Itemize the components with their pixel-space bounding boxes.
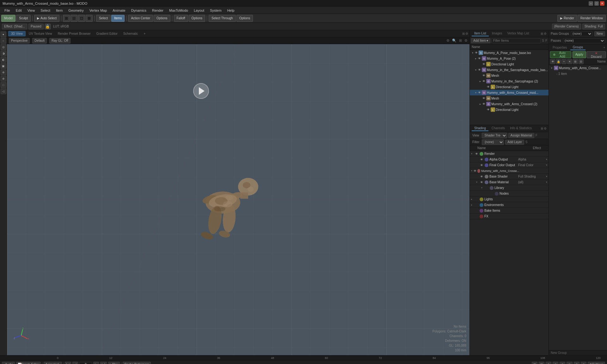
left-tool-10[interactable]: ◁ [1, 88, 6, 94]
group-row-mummy[interactable]: ▾ G Mummy_with_Arms_Crosse... [549, 65, 607, 71]
vp-sub-icon-4[interactable]: ⚙ [464, 39, 468, 43]
shading-button[interactable]: Shading: Full [582, 24, 605, 29]
left-tool-9[interactable]: □ [1, 82, 6, 88]
info-stats-tab[interactable]: Info & Statistics [508, 126, 534, 131]
mummy-mat-arrow[interactable]: ▾ [471, 169, 473, 172]
vertex-map-list-tab[interactable]: Vertex Map List [506, 31, 531, 36]
tab-gradient-editor[interactable]: Gradient Editor [94, 31, 120, 36]
transport-icon-8[interactable]: ⊜ [581, 362, 586, 364]
vis-eye-bake[interactable] [474, 209, 479, 213]
tab-3d-view[interactable]: 3D View [8, 31, 26, 36]
vis-eye-lights[interactable] [474, 197, 479, 201]
shade-row-render[interactable]: ▾ 👁 Render [470, 151, 549, 157]
minimize-button[interactable]: − [589, 1, 593, 6]
left-tool-3[interactable]: ◎ [1, 44, 6, 50]
prev-frame-button[interactable]: ◀ [72, 362, 78, 364]
passes-select[interactable]: (none) [563, 38, 605, 43]
tree-item-mesh-1[interactable]: ▸ 👁 M Mesh [470, 73, 549, 78]
auto-add-button[interactable]: ⊕ Auto Add [550, 51, 571, 58]
shade-row-mummy-material[interactable]: ▾ 👁 Mummy_with_Arms_Crosse... [470, 168, 549, 174]
tree-item-hummy-arms[interactable]: ▾ 👁 G Hummy_with_Arms_Crossed_mod... [470, 90, 549, 95]
lock-icon[interactable]: 🔒 [45, 24, 51, 29]
vis-eye-fx[interactable] [474, 215, 479, 218]
lights-arrow[interactable]: ▸ [471, 198, 474, 201]
vis-eye-env[interactable] [474, 203, 479, 207]
vis-eye-mummy-sarc[interactable]: 👁 [482, 79, 486, 83]
transport-icon-2[interactable]: ⊟ [539, 362, 544, 364]
groups-icon-6[interactable]: ⊟ [579, 59, 584, 64]
shading-settings-icon[interactable]: ⚙ [544, 127, 547, 130]
shade-row-fx[interactable]: ▸ FX [470, 214, 549, 219]
group-row-info[interactable]: - 1 item [549, 71, 607, 76]
filter-select[interactable]: (none) [482, 139, 504, 145]
menu-geometry[interactable]: Geometry [66, 8, 86, 13]
left-tool-4[interactable]: ◑ [1, 51, 6, 56]
properties-tab[interactable]: Properties [551, 45, 569, 50]
vis-eye-alpha[interactable]: 👁 [479, 158, 484, 161]
tree-item-dir-light-3[interactable]: ▸ 👁 L Directional Light [470, 107, 549, 112]
vis-eye-a-pose[interactable]: 👁 [477, 57, 481, 60]
tab-schematic[interactable]: Schematic [121, 31, 141, 36]
auto-select-button[interactable]: ▶ Auto Select [34, 15, 59, 22]
menu-file[interactable]: File [2, 8, 13, 13]
transport-icon-5[interactable]: ⊙ [560, 362, 565, 364]
final-color-dropdown[interactable]: ▾ [543, 164, 547, 167]
vis-eye-arms-group[interactable]: 👁 [482, 102, 486, 106]
alpha-dropdown[interactable]: ▾ [543, 158, 547, 161]
falloff-button[interactable]: Falloff [174, 15, 188, 22]
items-button[interactable]: Items [111, 15, 125, 22]
tree-arrow-root[interactable]: ▾ [471, 51, 474, 54]
left-tool-5[interactable]: ◐ [1, 57, 6, 63]
groups-icon-3[interactable]: + [561, 59, 567, 64]
tree-item-mesh-2[interactable]: ▸ 👁 M Mesh [470, 95, 549, 101]
tree-arrow-a-pose[interactable]: ▸ [474, 57, 477, 60]
groups-icon-1[interactable]: 👁 [550, 59, 555, 64]
tab-render-preset[interactable]: Render Preset Browser [55, 31, 93, 36]
vis-eye-mesh1[interactable]: 👁 [482, 74, 486, 77]
cache-deformers-button[interactable]: Cache Deformers [123, 362, 150, 364]
audio-button[interactable]: ♪ Audio [2, 362, 15, 364]
group-row-arrow[interactable]: ▾ [550, 66, 553, 70]
shading-tab[interactable]: Shading [472, 126, 488, 131]
prop-add-icon[interactable]: + [603, 46, 605, 49]
add-item-button[interactable]: Add Item ▾ [471, 38, 490, 43]
select-button[interactable]: Select [96, 15, 111, 22]
settings-button[interactable]: ⚙ Settings [588, 362, 605, 364]
menu-select[interactable]: Select [38, 8, 53, 13]
add-layer-button[interactable]: Add Layer [505, 140, 524, 145]
transport-icon-6[interactable]: ◎ [567, 362, 573, 364]
channels-tab[interactable]: Channels [490, 126, 507, 131]
toolbar-icon-4[interactable]: ⊠ [86, 15, 93, 22]
new-pass-group-button[interactable]: New [594, 31, 605, 36]
menu-render[interactable]: Render [150, 8, 166, 13]
sculpt-button[interactable]: Sculpt [16, 15, 31, 22]
shader-tree-select[interactable]: Shader Tree [482, 133, 507, 138]
vis-eye-hummy[interactable]: 👁 [477, 91, 481, 94]
tree-arrow-sarcophagus[interactable]: ▾ [474, 68, 477, 71]
menu-system[interactable]: System [207, 8, 224, 13]
ray-gl-button[interactable]: Ray GL: Off [49, 38, 71, 44]
select-through-button[interactable]: Select Through [209, 15, 236, 22]
shading-expand-icon[interactable]: ⊞ [541, 127, 543, 130]
menu-help[interactable]: Help [225, 8, 237, 13]
tab-uv-texture[interactable]: UV Texture View [26, 31, 55, 36]
tree-item-sarcophagus-group[interactable]: ▾ 👁 G Mummy_in_the_Sarcophagus_modo_bas.… [470, 67, 549, 73]
toolbar-icon-1[interactable]: ⊞ [63, 15, 70, 22]
tree-item-mummy-a-pose[interactable]: ▸ 👁 G Mummy_A_Pose (2) [470, 56, 549, 61]
frame-input[interactable] [79, 362, 92, 364]
images-tab[interactable]: Images [490, 31, 504, 36]
menu-item[interactable]: Item [53, 8, 65, 13]
menu-vertex-map[interactable]: Vertex Map [87, 8, 110, 13]
options-button-2[interactable]: Options [189, 15, 205, 22]
tree-item-mummy-arms-group[interactable]: ▸ 👁 G Mummy_with_Arms_Crossed (2) [470, 101, 549, 107]
vis-eye-final-color[interactable]: 👁 [479, 163, 484, 167]
vp-sub-icon-3[interactable]: ⊞ [459, 39, 462, 43]
groups-icon-2[interactable]: 🔒 [556, 59, 561, 64]
shade-row-library[interactable]: ▾ Library [470, 185, 549, 191]
tree-arrow-arms-group[interactable]: ▸ [479, 102, 482, 106]
menu-edit[interactable]: Edit [13, 8, 24, 13]
menu-animate[interactable]: Animate [110, 8, 128, 13]
graph-editor-button[interactable]: 📈 Graph Editor [16, 362, 41, 364]
discard-button[interactable]: ✕ Discard [587, 51, 606, 58]
env-arrow[interactable]: ▸ [471, 203, 474, 206]
